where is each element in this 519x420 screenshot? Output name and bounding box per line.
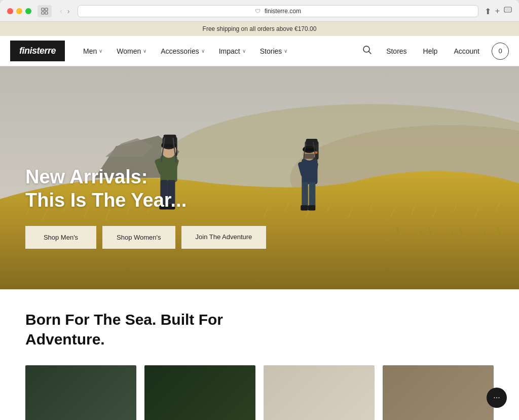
help-button[interactable]: Help <box>419 45 442 57</box>
nav-item-stories[interactable]: Stories ∨ <box>254 43 294 59</box>
chevron-down-icon: ∨ <box>242 48 246 54</box>
svg-rect-56 <box>308 205 316 210</box>
product-card-2[interactable] <box>144 365 255 420</box>
product-card-4[interactable] <box>383 365 494 420</box>
url-text: finisterre.com <box>265 8 301 15</box>
traffic-lights <box>7 8 31 14</box>
svg-rect-0 <box>42 8 44 11</box>
product-card-1[interactable] <box>25 365 136 420</box>
chevron-down-icon: ∨ <box>284 48 287 54</box>
browser-chrome: ‹ › 🛡 finisterre.com ⬆ + <box>0 0 519 22</box>
svg-rect-3 <box>45 12 48 14</box>
search-button[interactable] <box>360 43 374 59</box>
svg-rect-5 <box>505 8 510 11</box>
tab-overview-button[interactable] <box>504 7 512 16</box>
shop-womens-button[interactable]: Shop Women's <box>102 226 175 249</box>
svg-rect-46 <box>306 139 318 145</box>
share-button[interactable]: ⬆ <box>485 7 491 16</box>
nav-item-women[interactable]: Women ∨ <box>110 43 153 59</box>
main-navigation: finisterre Men ∨ Women ∨ Accessories ∨ I… <box>0 36 519 66</box>
maximize-button[interactable] <box>25 8 31 14</box>
below-hero-title: Born For The Sea. Built For Adventure. <box>25 310 494 349</box>
chat-icon: ··· <box>493 393 500 402</box>
tab-switcher-button[interactable] <box>38 5 52 17</box>
svg-rect-55 <box>301 205 308 210</box>
svg-rect-54 <box>309 182 315 207</box>
stores-button[interactable]: Stores <box>382 45 411 57</box>
logo-area[interactable]: finisterre <box>10 41 65 61</box>
close-button[interactable] <box>7 8 13 14</box>
chevron-down-icon: ∨ <box>99 48 102 54</box>
svg-rect-52 <box>304 154 314 159</box>
browser-actions: ⬆ + <box>485 7 512 16</box>
cart-count: 0 <box>498 47 502 55</box>
nav-links: Men ∨ Women ∨ Accessories ∨ Impact ∨ Sto… <box>77 43 360 59</box>
hero-content: New Arrivals: This Is The Year... Shop M… <box>25 166 266 249</box>
below-hero-section: Born For The Sea. Built For Adventure. <box>0 289 519 420</box>
nav-item-men[interactable]: Men ∨ <box>77 43 108 59</box>
svg-rect-33 <box>164 135 176 142</box>
new-tab-button[interactable]: + <box>495 7 500 16</box>
chat-button[interactable]: ··· <box>487 388 507 408</box>
announcement-bar: Free shipping on all orders above €170.0… <box>0 22 519 36</box>
join-adventure-button[interactable]: Join The Adventure <box>181 226 267 249</box>
website-content: Free shipping on all orders above €170.0… <box>0 22 519 420</box>
announcement-text: Free shipping on all orders above €170.0… <box>203 25 317 32</box>
hero-buttons: Shop Men's Shop Women's Join The Adventu… <box>25 226 266 249</box>
nav-item-accessories[interactable]: Accessories ∨ <box>155 43 210 59</box>
svg-rect-53 <box>302 182 308 207</box>
security-icon: 🛡 <box>255 8 261 14</box>
account-button[interactable]: Account <box>450 45 484 57</box>
chevron-down-icon: ∨ <box>201 48 205 54</box>
minimize-button[interactable] <box>16 8 22 14</box>
address-bar[interactable]: 🛡 finisterre.com <box>78 5 478 17</box>
back-button[interactable]: ‹ <box>58 6 64 16</box>
nav-right: Stores Help Account 0 <box>360 43 509 60</box>
hero-section: New Arrivals: This Is The Year... Shop M… <box>0 66 519 289</box>
chevron-down-icon: ∨ <box>143 48 146 54</box>
product-card-3[interactable] <box>264 365 375 420</box>
nav-arrows: ‹ › <box>58 6 71 16</box>
shop-mens-button[interactable]: Shop Men's <box>25 226 96 249</box>
logo-text: finisterre <box>19 46 56 56</box>
forward-button[interactable]: › <box>65 6 72 16</box>
hero-title: New Arrivals: This Is The Year... <box>25 166 266 212</box>
svg-rect-1 <box>45 8 48 11</box>
svg-line-7 <box>369 52 372 54</box>
product-grid <box>25 365 494 420</box>
browser-window: ‹ › 🛡 finisterre.com ⬆ + Free shipping o… <box>0 0 519 420</box>
cart-button[interactable]: 0 <box>492 43 509 60</box>
nav-item-impact[interactable]: Impact ∨ <box>213 43 252 59</box>
svg-rect-2 <box>42 12 44 14</box>
